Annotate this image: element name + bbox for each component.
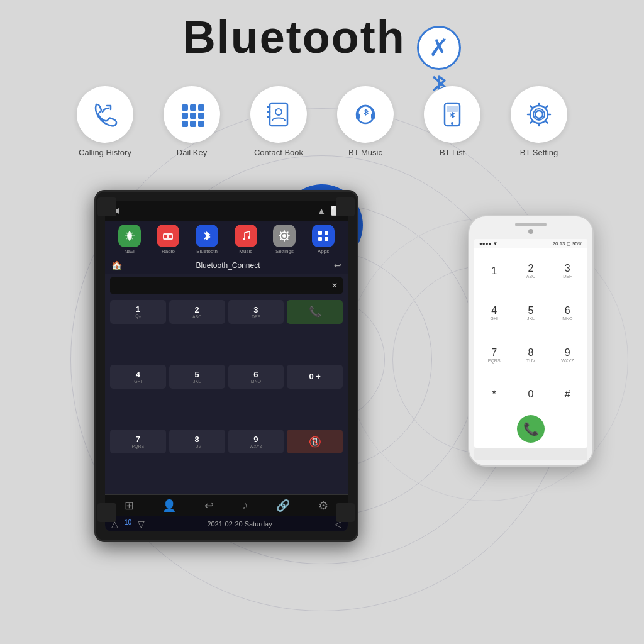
- smartphone: ●●●● ▼ 20:13 ◻ 95% 1 2ABC 3DEF 4GHI 5JKL…: [468, 215, 594, 467]
- phone-key-9[interactable]: 9WXYZ: [550, 335, 585, 375]
- dialpad-end-button[interactable]: 📵: [287, 430, 343, 453]
- settings-icon: [273, 225, 296, 247]
- nav-history-icon[interactable]: ↩: [204, 499, 214, 513]
- dialpad-key-3[interactable]: 3 DEF: [228, 300, 284, 324]
- home-icon[interactable]: 🏠: [111, 260, 122, 270]
- music-icon: [235, 225, 257, 247]
- phone-call-button[interactable]: 📞: [517, 415, 545, 443]
- svg-point-28: [248, 236, 250, 239]
- app-icons-row: Navi Radio Bluetooth: [105, 221, 348, 257]
- dail-key-icon: [164, 86, 220, 143]
- screen-bottom-nav: ⊞ 👤 ↩ ♪ 🔗 ⚙: [105, 494, 348, 516]
- bracket-top-right: [336, 197, 355, 216]
- bluetooth-icon: [196, 225, 218, 247]
- page-title: Bluetooth: [183, 11, 406, 63]
- contact-book-icon: [250, 86, 307, 143]
- phone-key-6[interactable]: 6MNO: [550, 292, 585, 333]
- phone-key-0[interactable]: 0: [513, 377, 548, 413]
- screen-search[interactable]: ✕: [110, 277, 343, 294]
- svg-rect-8: [198, 121, 204, 127]
- dialpad-key-1[interactable]: 1 Q₀: [110, 300, 166, 324]
- title-area: Bluetooth ✗: [0, 0, 644, 72]
- bracket-bottom-right: [336, 503, 355, 522]
- svg-rect-25: [164, 235, 167, 238]
- dialpad-key-7[interactable]: 7 PQRS: [110, 430, 166, 453]
- svg-rect-7: [190, 121, 196, 127]
- feature-bt-music[interactable]: BT Music: [331, 86, 400, 158]
- phone-key-1[interactable]: 1: [477, 251, 511, 291]
- svg-point-26: [169, 235, 172, 238]
- nav-contacts-icon[interactable]: 👤: [162, 499, 176, 513]
- clear-icon[interactable]: ✕: [331, 281, 338, 290]
- phone-dialpad: 1 2ABC 3DEF 4GHI 5JKL 6MNO 7PQRS 8TUV 9W…: [474, 248, 587, 415]
- apps-label: Apps: [318, 248, 329, 254]
- nav-link-icon[interactable]: 🔗: [276, 499, 290, 513]
- svg-rect-34: [325, 237, 328, 241]
- footer-down-arrow-icon[interactable]: ▽: [138, 519, 145, 529]
- dialpad-key-8[interactable]: 8 TUV: [169, 430, 225, 453]
- bt-setting-icon: [511, 86, 567, 143]
- navi-label: Navi: [125, 248, 135, 254]
- feature-bt-setting[interactable]: BT Setting: [504, 86, 574, 158]
- phone-key-4[interactable]: 4GHI: [477, 292, 511, 333]
- navi-icon: [118, 225, 141, 247]
- phone-signal: ●●●● ▼: [479, 241, 497, 247]
- svg-point-20: [535, 111, 543, 118]
- app-music[interactable]: Music: [235, 225, 257, 254]
- dialpad-key-4[interactable]: 4 GHI: [110, 365, 166, 389]
- phone-key-5[interactable]: 5JKL: [513, 292, 548, 333]
- svg-rect-33: [318, 237, 322, 241]
- bt-music-icon: [337, 86, 394, 143]
- nav-dialpad-icon[interactable]: ⊞: [125, 499, 134, 513]
- phone-key-star[interactable]: *: [477, 377, 511, 413]
- svg-point-10: [275, 109, 282, 115]
- svg-rect-31: [318, 231, 322, 235]
- screen-footer: △ 10 ▽ 2021-02-20 Saturday ◁: [105, 516, 348, 531]
- feature-bt-list[interactable]: BT List: [418, 86, 487, 158]
- feature-dail-key[interactable]: Dail Key: [157, 86, 226, 158]
- dialpad-key-6[interactable]: 6 MNO: [228, 365, 284, 389]
- footer-date: 2021-02-20 Saturday: [207, 520, 272, 528]
- phone-key-3[interactable]: 3DEF: [550, 251, 585, 291]
- phone-key-2[interactable]: 2ABC: [513, 251, 548, 291]
- phone-speaker: [515, 223, 547, 226]
- phone-key-7[interactable]: 7PQRS: [477, 335, 511, 375]
- bluetooth-label: Bluetooth: [196, 248, 218, 254]
- app-bluetooth[interactable]: Bluetooth: [196, 225, 218, 254]
- dialpad-key-5[interactable]: 5 JKL: [169, 365, 225, 389]
- svg-rect-3: [182, 113, 188, 119]
- feature-contact-book[interactable]: Contact Book: [244, 86, 313, 158]
- app-apps[interactable]: Apps: [312, 225, 335, 254]
- address-bar: 🏠 Bluetooth_Connect ↩: [105, 257, 348, 274]
- address-text: Bluetooth_Connect: [196, 261, 260, 270]
- app-settings[interactable]: Settings: [273, 225, 296, 254]
- dialpad-key-2[interactable]: 2 ABC: [169, 300, 225, 324]
- phone-key-8[interactable]: 8TUV: [513, 335, 548, 375]
- svg-rect-4: [190, 113, 196, 119]
- dialpad-call-button[interactable]: 📞: [287, 300, 343, 324]
- svg-rect-2: [198, 104, 204, 111]
- car-screen: ◄ ▲ ⬜ Navi: [105, 201, 348, 531]
- footer-nav: △ 10 ▽: [111, 519, 145, 529]
- app-navi[interactable]: Navi: [118, 225, 141, 254]
- dail-key-label: Dail Key: [177, 148, 207, 158]
- feature-calling-history[interactable]: Calling History: [70, 86, 140, 158]
- bracket-bottom-left: [97, 503, 116, 522]
- bracket-top-left: [97, 197, 116, 216]
- footer-vol: 10: [125, 519, 131, 529]
- bt-setting-label: BT Setting: [520, 148, 558, 158]
- phone-key-hash[interactable]: #: [550, 377, 585, 413]
- app-radio[interactable]: Radio: [157, 225, 179, 254]
- settings-label: Settings: [275, 248, 294, 254]
- nav-settings-icon[interactable]: ⚙: [318, 499, 328, 513]
- screen-up-icon[interactable]: ▲: [317, 206, 326, 216]
- dialpad-key-9[interactable]: 9 WXYZ: [228, 430, 284, 453]
- dialpad-key-0-plus[interactable]: 0 +: [287, 365, 343, 389]
- car-head-unit: ◄ ▲ ⬜ Navi: [94, 190, 358, 542]
- screen-topbar: ◄ ▲ ⬜: [105, 201, 348, 221]
- radio-label: Radio: [162, 248, 175, 254]
- music-label: Music: [239, 248, 252, 254]
- svg-rect-5: [198, 113, 204, 119]
- nav-music-icon[interactable]: ♪: [242, 499, 248, 512]
- back-icon[interactable]: ↩: [334, 260, 341, 270]
